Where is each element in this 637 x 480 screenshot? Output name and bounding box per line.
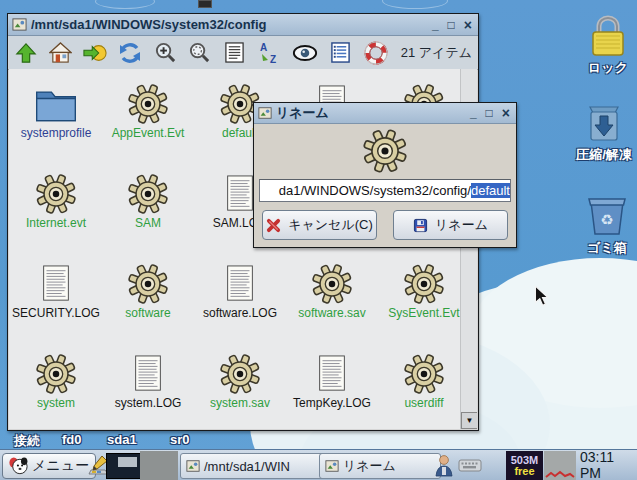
scroll-down-icon[interactable]: ▼ bbox=[461, 412, 477, 429]
folder-icon bbox=[33, 81, 79, 125]
go-icon[interactable] bbox=[83, 40, 107, 66]
background-window-fragment bbox=[198, 0, 212, 8]
free-space-value: 503M bbox=[511, 455, 539, 466]
rename-path-text: da1/WINDOWS/system32/config/ bbox=[279, 183, 471, 198]
desktop: ロック 圧縮/解凍 ♻ ゴミ箱 接続 fd0 sda1 sr0 /mnt/sda… bbox=[0, 0, 637, 480]
zoom-in-icon[interactable] bbox=[153, 40, 177, 66]
trash-icon: ♻ bbox=[585, 192, 629, 238]
puppy-menu-icon bbox=[9, 457, 28, 475]
close-icon[interactable]: × bbox=[502, 106, 510, 120]
archive-icon bbox=[584, 103, 624, 145]
rename-input[interactable]: da1/WINDOWS/system32/config/default bbox=[259, 179, 511, 202]
free-space-indicator: 503M free bbox=[506, 451, 543, 480]
file-item[interactable]: software bbox=[102, 261, 194, 351]
details-view-icon[interactable] bbox=[329, 40, 353, 66]
user-tray-icon[interactable] bbox=[434, 453, 454, 477]
task-window-icon bbox=[186, 459, 200, 473]
minimize-icon[interactable]: _ bbox=[432, 18, 439, 32]
gear-icon bbox=[403, 351, 445, 395]
desktop-icon-label: ゴミ箱 bbox=[587, 239, 627, 257]
desktop-device-fd0[interactable]: fd0 bbox=[62, 432, 82, 447]
rename-confirm-label: リネーム bbox=[435, 216, 488, 234]
file-item[interactable]: software.sav bbox=[286, 261, 378, 351]
file-item[interactable]: system.LOG bbox=[102, 351, 194, 429]
sort-az-icon[interactable]: AZ bbox=[257, 40, 281, 66]
dialog-title: リネーム bbox=[276, 104, 470, 122]
zoom-normal-icon[interactable] bbox=[188, 40, 212, 66]
cancel-button[interactable]: キャンセル(C) bbox=[262, 210, 377, 240]
window-icon bbox=[12, 17, 27, 32]
refresh-icon[interactable] bbox=[118, 40, 142, 66]
file-item[interactable]: software.LOG bbox=[194, 261, 286, 351]
gear-icon bbox=[35, 351, 77, 395]
rename-dialog-titlebar[interactable]: リネーム _ □ × bbox=[254, 103, 516, 124]
file-item[interactable]: userdiff bbox=[378, 351, 470, 429]
desktop-pager[interactable] bbox=[106, 453, 142, 479]
list-view-icon[interactable] bbox=[223, 40, 247, 66]
desktop-icon-label: ロック bbox=[588, 59, 628, 77]
task-window-icon bbox=[325, 459, 339, 473]
file-item[interactable]: Internet.evt bbox=[10, 171, 102, 261]
file-item[interactable]: system bbox=[10, 351, 102, 429]
task-label: リネーム bbox=[343, 457, 396, 475]
desktop-icon-archive[interactable]: 圧縮/解凍 bbox=[572, 103, 636, 164]
help-buoy-icon[interactable] bbox=[364, 40, 388, 66]
desktop-icon-lock[interactable]: ロック bbox=[576, 12, 637, 77]
task-button-rename[interactable]: リネーム bbox=[319, 453, 441, 479]
task-button-filer[interactable]: /mnt/sda1/WIN bbox=[180, 453, 328, 479]
keyboard-tray-icon[interactable] bbox=[458, 453, 482, 477]
eye-icon[interactable] bbox=[292, 40, 318, 66]
rename-dialog: リネーム _ □ × da1/WINDOWS/system32/config/d… bbox=[253, 102, 517, 248]
gear-icon bbox=[254, 128, 516, 174]
desktop-icon-trash[interactable]: ♻ ゴミ箱 bbox=[575, 192, 637, 257]
doc-icon bbox=[129, 351, 167, 395]
gear-icon bbox=[219, 351, 261, 395]
doc-icon bbox=[37, 261, 75, 305]
gear-icon bbox=[35, 171, 77, 215]
window-title: /mnt/sda1/WINDOWS/system32/config bbox=[31, 17, 432, 32]
rename-confirm-button[interactable]: リネーム bbox=[393, 210, 508, 240]
clock: 03:11 PM bbox=[580, 453, 637, 477]
gear-icon bbox=[127, 171, 169, 215]
minimize-icon[interactable]: _ bbox=[470, 106, 477, 120]
doc-icon bbox=[221, 261, 259, 305]
lock-icon bbox=[588, 12, 628, 58]
cpu-monitor bbox=[544, 451, 576, 480]
file-item[interactable]: system.sav bbox=[194, 351, 286, 429]
cloud-outline bbox=[382, 0, 448, 9]
menu-button[interactable]: メニュー bbox=[2, 453, 96, 479]
dialog-icon bbox=[258, 106, 272, 120]
maximize-icon[interactable]: □ bbox=[448, 18, 455, 32]
file-item[interactable]: SECURITY.LOG bbox=[10, 261, 102, 351]
desktop-device-sda1[interactable]: sda1 bbox=[107, 432, 137, 447]
home-icon[interactable] bbox=[49, 40, 73, 66]
pager-window bbox=[118, 457, 137, 467]
gear-icon bbox=[403, 261, 445, 305]
item-count-label: 21 アイテム bbox=[401, 44, 472, 62]
cloud-outline bbox=[95, 0, 155, 9]
file-manager-titlebar[interactable]: /mnt/sda1/WINDOWS/system32/config _ □ × bbox=[8, 14, 478, 36]
file-item[interactable]: systemprofile bbox=[10, 81, 102, 171]
cancel-x-icon bbox=[266, 218, 281, 233]
file-item[interactable]: SysEvent.Evt bbox=[378, 261, 470, 351]
desktop-device-connect[interactable]: 接続 bbox=[14, 432, 40, 450]
maximize-icon[interactable]: □ bbox=[486, 106, 493, 120]
up-arrow-icon[interactable] bbox=[14, 40, 38, 66]
close-icon[interactable]: × bbox=[464, 18, 472, 32]
mouse-cursor bbox=[533, 286, 551, 308]
desktop-device-sr0[interactable]: sr0 bbox=[170, 432, 190, 447]
svg-text:Z: Z bbox=[270, 54, 276, 65]
file-item[interactable]: AppEvent.Evt bbox=[102, 81, 194, 171]
svg-text:♻: ♻ bbox=[600, 211, 613, 228]
file-item[interactable]: SAM bbox=[102, 171, 194, 261]
doc-icon bbox=[313, 351, 351, 395]
task-label: /mnt/sda1/WIN bbox=[204, 459, 290, 474]
tray-spacer bbox=[140, 451, 178, 480]
gear-icon bbox=[311, 261, 353, 305]
file-item[interactable]: TempKey.LOG bbox=[286, 351, 378, 429]
gear-icon bbox=[127, 261, 169, 305]
taskbar: メニュー /mnt/sda1/WIN リネーム bbox=[0, 449, 637, 480]
cancel-label: キャンセル(C) bbox=[288, 216, 373, 234]
desktop-icon-label: 圧縮/解凍 bbox=[576, 146, 632, 164]
svg-text:A: A bbox=[260, 42, 267, 53]
